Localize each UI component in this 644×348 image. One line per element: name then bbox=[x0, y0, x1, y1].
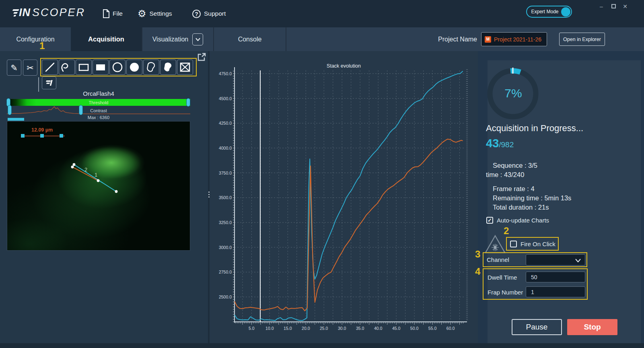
acquisition-status-text: Acquisition in Progress... bbox=[486, 123, 583, 134]
total-duration-info: Total duration : 21s bbox=[493, 204, 549, 211]
stop-button[interactable]: Stop bbox=[567, 319, 617, 335]
svg-text:45.0: 45.0 bbox=[392, 326, 401, 331]
max-intensity-label: Max : 6360 bbox=[7, 115, 190, 120]
logo-text: SCOPER bbox=[32, 6, 85, 19]
roi-point bbox=[115, 190, 118, 193]
tab-visualization[interactable]: Visualization bbox=[142, 27, 213, 51]
tab-console[interactable]: Console bbox=[214, 27, 286, 51]
freeform-outline-tool-button[interactable] bbox=[143, 60, 159, 75]
freeform-outline-icon bbox=[144, 60, 159, 75]
scale-handle-left bbox=[21, 134, 25, 138]
roi-point bbox=[71, 166, 74, 169]
scale-handle-mid bbox=[40, 134, 44, 138]
project-name-value: Project 2021-11-26 bbox=[494, 36, 541, 43]
svg-text:10.0: 10.0 bbox=[265, 326, 274, 331]
svg-text:3250.0: 3250.0 bbox=[219, 220, 232, 225]
auto-update-charts-row: ✓ Auto-update Charts bbox=[486, 217, 549, 224]
splitter-handle-icon[interactable] bbox=[207, 192, 210, 198]
auto-update-checkbox[interactable]: ✓ bbox=[486, 217, 493, 224]
rectangle-outline-icon bbox=[76, 60, 91, 75]
tab-acquisition[interactable]: Acquisition bbox=[71, 27, 142, 51]
rectangle-filled-tool-button[interactable] bbox=[93, 60, 109, 75]
annotation-1: 1 bbox=[39, 40, 45, 51]
threshold-slider[interactable]: Threshold bbox=[7, 99, 190, 106]
fire-on-click-label: Fire On Click bbox=[521, 241, 556, 247]
laser-warning-icon bbox=[484, 233, 506, 254]
scale-measurement-label: 12.09 µm bbox=[31, 127, 53, 133]
rectangle-filled-icon bbox=[93, 60, 108, 75]
close-button[interactable]: ✕ bbox=[621, 2, 630, 10]
line-tool-button[interactable] bbox=[42, 60, 58, 75]
roi-point bbox=[73, 163, 76, 166]
channel-group: Channel bbox=[483, 252, 587, 267]
roi-label-1: 1 bbox=[95, 172, 97, 178]
contrast-handle-right[interactable] bbox=[79, 105, 83, 115]
chart-title: Stack evolution bbox=[210, 63, 478, 69]
project-name-label: Project Name bbox=[418, 27, 477, 51]
chart-panel: 2500.02750.03000.03250.03500.03750.04000… bbox=[210, 51, 478, 348]
draw-tool-button[interactable]: ✎ bbox=[7, 60, 21, 76]
pause-button[interactable]: Pause bbox=[512, 319, 562, 335]
roi-point bbox=[97, 179, 100, 182]
svg-text:15.0: 15.0 bbox=[284, 326, 292, 331]
inscoper-send-button[interactable] bbox=[42, 76, 56, 89]
menu-support[interactable]: ? Support bbox=[192, 0, 226, 27]
camera-name: OrcaFlash4 bbox=[7, 90, 190, 97]
minimize-button[interactable]: – bbox=[597, 2, 606, 10]
expert-mode-toggle[interactable]: Expert Mode bbox=[526, 6, 572, 18]
cut-tool-button[interactable]: ✂ bbox=[23, 60, 37, 76]
curve-icon bbox=[59, 60, 74, 75]
live-image-view[interactable]: 12.09 µm 2 1 bbox=[7, 121, 190, 251]
svg-text:25.0: 25.0 bbox=[320, 326, 328, 331]
menu-file[interactable]: File bbox=[103, 0, 123, 27]
image-overlays: 12.09 µm 2 1 bbox=[7, 121, 190, 250]
curve-tool-button[interactable] bbox=[59, 60, 75, 75]
freeform-filled-tool-button[interactable] bbox=[160, 60, 176, 75]
fire-on-click-checkbox[interactable] bbox=[510, 241, 517, 247]
dwell-time-input[interactable] bbox=[526, 272, 585, 282]
rectangle-outline-tool-button[interactable] bbox=[76, 60, 92, 75]
maximize-button[interactable] bbox=[609, 2, 618, 10]
circle-outline-icon bbox=[110, 60, 125, 75]
stack-evolution-chart: 2500.02750.03000.03250.03500.03750.04000… bbox=[210, 51, 478, 348]
micromanager-badge-icon: M bbox=[485, 36, 491, 43]
menu-settings[interactable]: ⚙ Settings bbox=[138, 0, 172, 27]
scissors-icon: ✂ bbox=[27, 64, 34, 72]
frap-settings-group: Dwell Time Frap Number bbox=[483, 268, 588, 300]
remaining-time-info: Remaining time : 5min 13s bbox=[493, 194, 571, 202]
open-in-explorer-button[interactable]: Open in Explorer bbox=[559, 33, 605, 46]
tab-visualization-label: Visualization bbox=[152, 36, 189, 43]
annotation-4: 4 bbox=[475, 266, 480, 277]
svg-text:4750.0: 4750.0 bbox=[219, 71, 232, 76]
channel-label: Channel bbox=[487, 256, 509, 263]
contrast-handle-left[interactable] bbox=[8, 105, 12, 115]
channel-dropdown[interactable] bbox=[526, 254, 585, 266]
tab-configuration[interactable]: Configuration bbox=[0, 27, 71, 51]
project-name-field[interactable]: M Project 2021-11-26 bbox=[481, 32, 547, 46]
toolbar-separator bbox=[38, 77, 39, 92]
svg-text:30.0: 30.0 bbox=[338, 326, 346, 331]
circle-outline-tool-button[interactable] bbox=[109, 60, 126, 75]
open-external-icon bbox=[198, 53, 206, 61]
time-info: time : 43/240 bbox=[486, 171, 524, 179]
svg-text:40.0: 40.0 bbox=[374, 326, 383, 331]
clear-roi-tool-button[interactable] bbox=[177, 60, 193, 75]
threshold-handle-right[interactable] bbox=[186, 98, 190, 107]
circle-filled-tool-button[interactable] bbox=[126, 60, 142, 75]
frames-total: /982 bbox=[499, 140, 514, 149]
visualization-dropdown-button[interactable] bbox=[192, 33, 203, 45]
auto-update-label: Auto-update Charts bbox=[497, 217, 549, 224]
freeform-filled-icon bbox=[160, 60, 176, 75]
frap-number-label: Frap Number bbox=[488, 289, 523, 296]
frame-counter: 43/982 bbox=[486, 137, 514, 150]
pencil-icon: ✎ bbox=[10, 64, 18, 72]
dwell-time-label: Dwell Time bbox=[488, 274, 517, 281]
svg-text:60.0: 60.0 bbox=[446, 326, 455, 331]
inscoper-mark-icon bbox=[44, 79, 54, 87]
expert-mode-label: Expert Mode bbox=[527, 9, 561, 14]
frap-number-input[interactable] bbox=[526, 286, 585, 297]
acquisition-progress-strip bbox=[8, 118, 24, 121]
popout-panel-button[interactable] bbox=[198, 53, 206, 63]
panel-splitter[interactable] bbox=[208, 51, 210, 348]
tab-bar: Configuration Acquisition Visualization … bbox=[0, 27, 644, 51]
